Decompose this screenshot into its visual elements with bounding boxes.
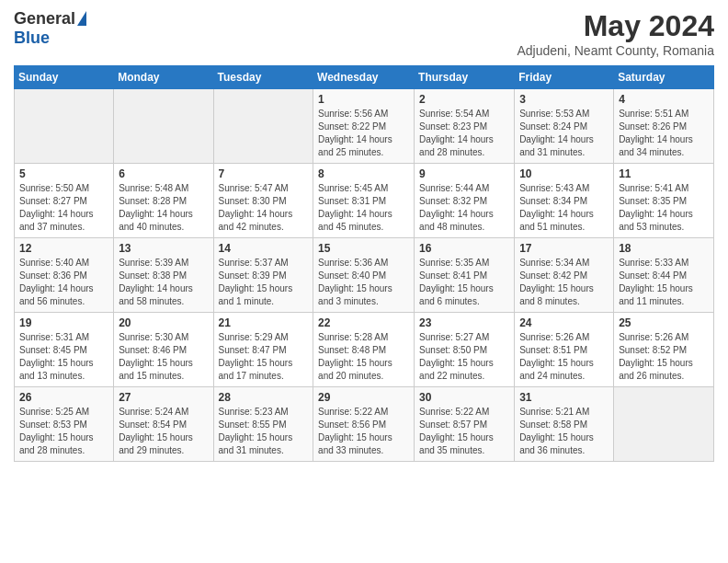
calendar-cell: 19Sunrise: 5:31 AM Sunset: 8:45 PM Dayli… [15, 313, 114, 387]
logo: General Blue [14, 9, 86, 48]
day-number: 5 [19, 167, 108, 180]
day-info: Sunrise: 5:48 AM Sunset: 8:28 PM Dayligh… [119, 182, 208, 234]
location-subtitle: Adjudeni, Neamt County, Romania [517, 43, 714, 58]
calendar-cell: 29Sunrise: 5:22 AM Sunset: 8:56 PM Dayli… [313, 387, 415, 462]
calendar-week-row: 12Sunrise: 5:40 AM Sunset: 8:36 PM Dayli… [15, 238, 714, 313]
day-number: 18 [619, 242, 709, 255]
calendar-week-row: 26Sunrise: 5:25 AM Sunset: 8:53 PM Dayli… [15, 387, 714, 462]
day-info: Sunrise: 5:23 AM Sunset: 8:55 PM Dayligh… [219, 406, 309, 457]
calendar-cell: 8Sunrise: 5:45 AM Sunset: 8:31 PM Daylig… [313, 164, 415, 238]
day-info: Sunrise: 5:36 AM Sunset: 8:40 PM Dayligh… [318, 257, 409, 308]
day-info: Sunrise: 5:26 AM Sunset: 8:51 PM Dayligh… [519, 331, 609, 383]
day-number: 24 [519, 316, 609, 329]
day-of-week-header: Friday [515, 66, 614, 89]
day-number: 12 [19, 242, 108, 255]
day-number: 3 [519, 93, 609, 106]
day-of-week-header: Sunday [15, 66, 114, 89]
day-info: Sunrise: 5:28 AM Sunset: 8:48 PM Dayligh… [318, 331, 409, 383]
day-info: Sunrise: 5:31 AM Sunset: 8:45 PM Dayligh… [19, 331, 108, 383]
calendar-cell: 16Sunrise: 5:35 AM Sunset: 8:41 PM Dayli… [415, 238, 515, 313]
logo-triangle-icon [77, 11, 86, 26]
calendar-cell: 5Sunrise: 5:50 AM Sunset: 8:27 PM Daylig… [15, 164, 114, 238]
logo-general-text: General [14, 9, 75, 29]
calendar-cell: 7Sunrise: 5:47 AM Sunset: 8:30 PM Daylig… [213, 164, 313, 238]
calendar-cell: 31Sunrise: 5:21 AM Sunset: 8:58 PM Dayli… [515, 387, 614, 462]
day-number: 14 [219, 242, 309, 255]
calendar-cell: 20Sunrise: 5:30 AM Sunset: 8:46 PM Dayli… [114, 313, 213, 387]
day-info: Sunrise: 5:30 AM Sunset: 8:46 PM Dayligh… [119, 331, 208, 383]
calendar-cell [614, 387, 714, 462]
calendar-cell: 17Sunrise: 5:34 AM Sunset: 8:42 PM Dayli… [515, 238, 614, 313]
day-info: Sunrise: 5:37 AM Sunset: 8:39 PM Dayligh… [219, 257, 309, 308]
day-number: 10 [519, 167, 609, 180]
calendar-cell [114, 89, 213, 164]
calendar-cell: 10Sunrise: 5:43 AM Sunset: 8:34 PM Dayli… [515, 164, 614, 238]
month-year-title: May 2024 [517, 9, 714, 43]
day-info: Sunrise: 5:29 AM Sunset: 8:47 PM Dayligh… [219, 331, 309, 383]
calendar-cell [213, 89, 313, 164]
day-info: Sunrise: 5:41 AM Sunset: 8:35 PM Dayligh… [619, 182, 709, 234]
day-info: Sunrise: 5:53 AM Sunset: 8:24 PM Dayligh… [519, 108, 609, 159]
day-number: 28 [219, 391, 309, 404]
day-info: Sunrise: 5:45 AM Sunset: 8:31 PM Dayligh… [318, 182, 409, 234]
calendar-cell: 30Sunrise: 5:22 AM Sunset: 8:57 PM Dayli… [415, 387, 515, 462]
day-info: Sunrise: 5:24 AM Sunset: 8:54 PM Dayligh… [119, 406, 208, 457]
logo-blue-text: Blue [14, 29, 50, 48]
day-number: 23 [419, 316, 509, 329]
calendar-cell: 18Sunrise: 5:33 AM Sunset: 8:44 PM Dayli… [614, 238, 714, 313]
day-number: 20 [119, 316, 208, 329]
calendar-cell [15, 89, 114, 164]
day-info: Sunrise: 5:27 AM Sunset: 8:50 PM Dayligh… [419, 331, 509, 383]
calendar-cell: 23Sunrise: 5:27 AM Sunset: 8:50 PM Dayli… [415, 313, 515, 387]
day-of-week-header: Monday [114, 66, 213, 89]
day-info: Sunrise: 5:56 AM Sunset: 8:22 PM Dayligh… [318, 108, 409, 159]
calendar-cell: 15Sunrise: 5:36 AM Sunset: 8:40 PM Dayli… [313, 238, 415, 313]
day-info: Sunrise: 5:22 AM Sunset: 8:57 PM Dayligh… [419, 406, 509, 457]
day-of-week-header: Tuesday [213, 66, 313, 89]
day-info: Sunrise: 5:43 AM Sunset: 8:34 PM Dayligh… [519, 182, 609, 234]
calendar-cell: 1Sunrise: 5:56 AM Sunset: 8:22 PM Daylig… [313, 89, 415, 164]
day-number: 31 [519, 391, 609, 404]
day-number: 7 [219, 167, 309, 180]
calendar-cell: 21Sunrise: 5:29 AM Sunset: 8:47 PM Dayli… [213, 313, 313, 387]
calendar-cell: 26Sunrise: 5:25 AM Sunset: 8:53 PM Dayli… [15, 387, 114, 462]
calendar-cell: 24Sunrise: 5:26 AM Sunset: 8:51 PM Dayli… [515, 313, 614, 387]
day-number: 15 [318, 242, 409, 255]
day-number: 27 [119, 391, 208, 404]
calendar-week-row: 19Sunrise: 5:31 AM Sunset: 8:45 PM Dayli… [15, 313, 714, 387]
calendar-week-row: 5Sunrise: 5:50 AM Sunset: 8:27 PM Daylig… [15, 164, 714, 238]
day-number: 9 [419, 167, 509, 180]
calendar-cell: 4Sunrise: 5:51 AM Sunset: 8:26 PM Daylig… [614, 89, 714, 164]
day-number: 8 [318, 167, 409, 180]
day-info: Sunrise: 5:39 AM Sunset: 8:38 PM Dayligh… [119, 257, 208, 308]
day-info: Sunrise: 5:22 AM Sunset: 8:56 PM Dayligh… [318, 406, 409, 457]
calendar-cell: 25Sunrise: 5:26 AM Sunset: 8:52 PM Dayli… [614, 313, 714, 387]
day-number: 13 [119, 242, 208, 255]
day-of-week-header: Thursday [415, 66, 515, 89]
calendar-cell: 14Sunrise: 5:37 AM Sunset: 8:39 PM Dayli… [213, 238, 313, 313]
day-info: Sunrise: 5:44 AM Sunset: 8:32 PM Dayligh… [419, 182, 509, 234]
day-number: 26 [19, 391, 108, 404]
day-info: Sunrise: 5:54 AM Sunset: 8:23 PM Dayligh… [419, 108, 509, 159]
day-info: Sunrise: 5:50 AM Sunset: 8:27 PM Dayligh… [19, 182, 108, 234]
day-info: Sunrise: 5:47 AM Sunset: 8:30 PM Dayligh… [219, 182, 309, 234]
calendar-header-row: SundayMondayTuesdayWednesdayThursdayFrid… [15, 66, 714, 89]
calendar-cell: 9Sunrise: 5:44 AM Sunset: 8:32 PM Daylig… [415, 164, 515, 238]
day-info: Sunrise: 5:25 AM Sunset: 8:53 PM Dayligh… [19, 406, 108, 457]
day-number: 6 [119, 167, 208, 180]
day-number: 17 [519, 242, 609, 255]
day-number: 16 [419, 242, 509, 255]
day-number: 4 [619, 93, 709, 106]
day-number: 21 [219, 316, 309, 329]
day-number: 29 [318, 391, 409, 404]
day-number: 1 [318, 93, 409, 106]
calendar-cell: 11Sunrise: 5:41 AM Sunset: 8:35 PM Dayli… [614, 164, 714, 238]
calendar-week-row: 1Sunrise: 5:56 AM Sunset: 8:22 PM Daylig… [15, 89, 714, 164]
day-info: Sunrise: 5:21 AM Sunset: 8:58 PM Dayligh… [519, 406, 609, 457]
day-number: 30 [419, 391, 509, 404]
calendar-table: SundayMondayTuesdayWednesdayThursdayFrid… [14, 65, 714, 462]
calendar-cell: 27Sunrise: 5:24 AM Sunset: 8:54 PM Dayli… [114, 387, 213, 462]
day-of-week-header: Wednesday [313, 66, 415, 89]
calendar-cell: 22Sunrise: 5:28 AM Sunset: 8:48 PM Dayli… [313, 313, 415, 387]
title-area: May 2024 Adjudeni, Neamt County, Romania [517, 9, 714, 58]
